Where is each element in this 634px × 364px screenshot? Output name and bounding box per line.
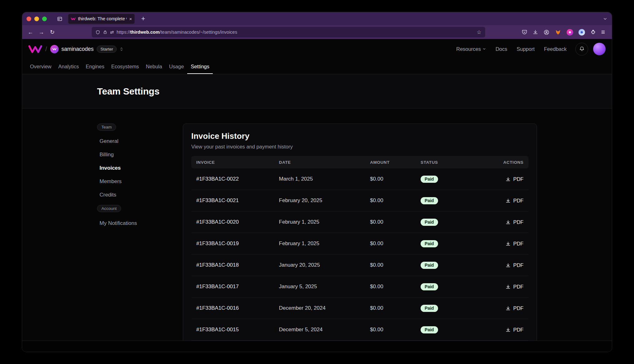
download-icon [505, 306, 511, 311]
sidebar-item-general[interactable]: General [97, 134, 169, 148]
page-content: / saminacodes Starter Resources Docs Sup… [22, 39, 612, 352]
page-title: Team Settings [97, 86, 159, 97]
docs-link[interactable]: Docs [495, 46, 507, 52]
download-pdf-button[interactable]: PDF [505, 198, 524, 204]
download-pdf-button[interactable]: PDF [505, 176, 524, 182]
tab-ecosystems[interactable]: Ecosystems [108, 59, 142, 74]
tracking-shield-icon[interactable] [95, 30, 100, 35]
invoice-date: February 20, 2025 [279, 197, 370, 204]
tab-engines[interactable]: Engines [82, 59, 108, 74]
invoice-status: Paid [421, 176, 495, 183]
invoice-history-card: Invoice History View your past invoices … [183, 124, 537, 341]
sidebar-item-my-notifications[interactable]: My Notifications [97, 216, 169, 230]
table-row: #1F33BA1C-0018 January 20, 2025 $0.00 Pa… [191, 255, 529, 276]
extension-icon-2[interactable] [567, 29, 573, 36]
reload-button[interactable]: ↻ [47, 27, 57, 37]
table-row: #1F33BA1C-0015 December 5, 2024 $0.00 Pa… [191, 319, 529, 341]
table-row: #1F33BA1C-0022 March 1, 2025 $0.00 Paid … [191, 168, 529, 190]
sidebar-item-credits[interactable]: Credits [97, 188, 169, 201]
status-badge: Paid [421, 240, 438, 247]
download-pdf-button[interactable]: PDF [505, 241, 524, 247]
invoice-id: #1F33BA1C-0020 [191, 219, 279, 225]
download-pdf-button[interactable]: PDF [505, 262, 524, 268]
sidebar-group-team: Team [97, 124, 116, 131]
invoice-status: Paid [421, 197, 495, 204]
status-badge: Paid [421, 305, 438, 312]
sidebar-team-list: General Billing Invoices Members Credits [97, 134, 169, 201]
resources-menu[interactable]: Resources [456, 46, 486, 52]
download-pdf-button[interactable]: PDF [505, 327, 524, 333]
download-pdf-button[interactable]: PDF [505, 219, 524, 225]
tab-overview[interactable]: Overview [27, 59, 55, 74]
plan-badge: Starter [97, 46, 117, 53]
zoom-window-button[interactable] [42, 17, 47, 21]
list-all-tabs-chevron-icon[interactable] [603, 17, 607, 21]
minimize-window-button[interactable] [34, 17, 39, 21]
url-path: /team/saminacodes/~/settings/invoices [160, 30, 237, 35]
card-subtitle: View your past invoices and payment hist… [191, 144, 529, 150]
bookmark-star-icon[interactable]: ☆ [477, 29, 481, 36]
invoice-date: December 20, 2024 [279, 305, 370, 311]
feedback-link[interactable]: Feedback [544, 46, 567, 52]
tab-analytics[interactable]: Analytics [55, 59, 82, 74]
browser-window: thirdweb: The complete web3 d × + ← → ↻ … [22, 12, 612, 352]
invoice-status: Paid [421, 219, 495, 226]
invoice-id: #1F33BA1C-0022 [191, 176, 279, 182]
url-domain: thirdweb.com [130, 30, 159, 35]
extension-metamask-icon[interactable] [555, 29, 561, 36]
team-name[interactable]: saminacodes [61, 46, 94, 52]
firefox-view-icon[interactable] [55, 14, 64, 23]
user-avatar[interactable] [593, 43, 606, 55]
account-icon[interactable] [544, 29, 549, 35]
card-title: Invoice History [191, 131, 529, 141]
chevron-down-icon [482, 47, 486, 51]
download-icon [505, 198, 511, 203]
sidebar-item-members[interactable]: Members [97, 175, 169, 188]
new-tab-button[interactable]: + [139, 15, 148, 23]
invoice-actions: PDF [495, 241, 529, 247]
downloads-icon[interactable] [533, 29, 538, 35]
download-pdf-button[interactable]: PDF [505, 284, 524, 290]
breadcrumb-slash: / [45, 45, 47, 53]
invoice-amount: $0.00 [370, 176, 421, 182]
invoice-actions: PDF [495, 198, 529, 204]
col-date: DATE [279, 160, 370, 165]
browser-tab[interactable]: thirdweb: The complete web3 d × [68, 14, 135, 24]
download-pdf-button[interactable]: PDF [505, 305, 524, 311]
menu-hamburger-icon[interactable]: ≡ [601, 28, 605, 36]
notifications-bell-button[interactable] [575, 43, 588, 56]
sidebar-item-billing[interactable]: Billing [97, 148, 169, 161]
extensions-puzzle-icon[interactable] [590, 29, 596, 35]
table-row: #1F33BA1C-0019 February 1, 2025 $0.00 Pa… [191, 233, 529, 255]
pocket-icon[interactable] [522, 29, 527, 35]
tab-close-icon[interactable]: × [129, 16, 132, 22]
invoice-amount: $0.00 [370, 262, 421, 268]
invoice-date: March 1, 2025 [279, 176, 370, 182]
invoice-date: January 20, 2025 [279, 262, 370, 268]
team-avatar[interactable] [50, 45, 59, 53]
sidebar-account-list: My Notifications [97, 216, 169, 230]
permissions-icon[interactable]: ⇄ [110, 30, 114, 35]
forward-button[interactable]: → [36, 27, 46, 37]
download-icon [505, 284, 511, 289]
download-icon [505, 177, 511, 182]
col-actions: ACTIONS [495, 160, 529, 165]
url-bar[interactable]: ⇄ https://thirdweb.com/team/saminacodes/… [92, 27, 485, 37]
tab-nebula[interactable]: Nebula [142, 59, 165, 74]
invoice-amount: $0.00 [370, 327, 421, 333]
tab-settings[interactable]: Settings [187, 59, 213, 74]
invoice-amount: $0.00 [370, 284, 421, 290]
title-band: Team Settings [22, 74, 612, 109]
download-icon [505, 220, 511, 225]
sidebar-item-invoices[interactable]: Invoices [97, 161, 169, 175]
support-link[interactable]: Support [517, 46, 535, 52]
invoice-date: February 1, 2025 [279, 240, 370, 247]
extension-icon-3[interactable] [578, 29, 585, 36]
lock-icon[interactable] [103, 30, 107, 34]
close-window-button[interactable] [27, 17, 31, 21]
thirdweb-logo-icon[interactable] [28, 45, 42, 53]
team-switcher-chevrons-icon[interactable] [119, 47, 124, 51]
back-button[interactable]: ← [25, 27, 36, 37]
invoice-amount: $0.00 [370, 219, 421, 225]
tab-usage[interactable]: Usage [166, 59, 188, 74]
